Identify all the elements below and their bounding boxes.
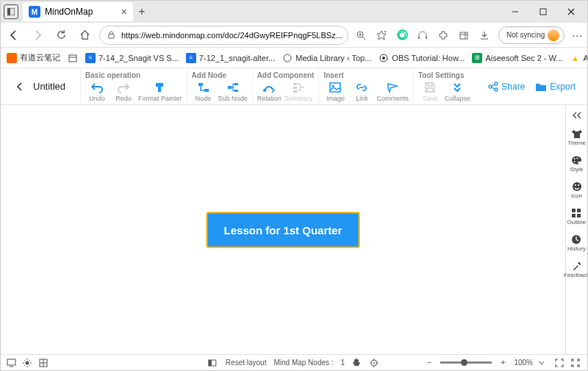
- pan-hand-button[interactable]: [352, 358, 362, 367]
- zoom-dropdown[interactable]: [539, 360, 549, 366]
- insert-image-button[interactable]: Image: [323, 81, 347, 102]
- lock-icon: [107, 31, 115, 39]
- svg-point-21: [284, 54, 291, 62]
- svg-rect-16: [460, 32, 467, 39]
- headphones-icon[interactable]: [416, 29, 429, 42]
- add-subnode-button[interactable]: Sub Node: [218, 81, 248, 102]
- svg-line-60: [24, 360, 25, 361]
- undo-icon: [90, 81, 104, 94]
- add-node-button[interactable]: Node: [192, 81, 215, 102]
- group-label: Add Component: [257, 71, 315, 79]
- format-painter-button[interactable]: Format Painter: [138, 81, 182, 102]
- profile-sync-button[interactable]: Not syncing: [498, 26, 564, 44]
- panel-collapse-button[interactable]: [572, 111, 582, 120]
- forward-button[interactable]: [29, 26, 46, 44]
- brightness-button[interactable]: [23, 359, 33, 367]
- svg-point-36: [332, 85, 334, 87]
- toolbar-group-insert: Insert Image Link Comments: [318, 68, 413, 104]
- bookmark-item[interactable]: 有道云笔记: [7, 52, 60, 63]
- export-label: Export: [550, 82, 576, 92]
- insert-comments-button[interactable]: Comments: [376, 81, 409, 102]
- fullscreen-button[interactable]: [571, 359, 581, 367]
- save-icon: [423, 81, 437, 94]
- url-text: https://web.mindonmap.com/doc/24dGwyREIF…: [121, 31, 343, 40]
- bookmark-item[interactable]: [68, 53, 78, 63]
- icon-tab[interactable]: Icon: [571, 181, 582, 199]
- zoom-slider[interactable]: [440, 361, 492, 364]
- feedback-tab[interactable]: Feedback: [564, 261, 588, 278]
- grammarly-icon[interactable]: [395, 29, 409, 42]
- mindmap-canvas[interactable]: Lesson for 1st Quarter: [1, 105, 565, 354]
- bookmark-item[interactable]: ≡7-12_1_snagit-alter...: [186, 53, 275, 63]
- svg-point-42: [574, 158, 576, 159]
- group-label: Tool Settings: [418, 71, 470, 79]
- app-toolbar: Untitled Basic operation Undo Redo Forma…: [1, 68, 587, 105]
- bookmark-item[interactable]: ≡7-14_2_Snagit VS S...: [85, 53, 179, 63]
- maximize-button[interactable]: [530, 1, 556, 22]
- node-icon: [196, 81, 211, 94]
- share-button[interactable]: Share: [488, 82, 525, 92]
- svg-line-8: [362, 37, 365, 40]
- close-window-button[interactable]: [558, 1, 584, 22]
- center-target-button[interactable]: [370, 359, 380, 367]
- reset-layout-button[interactable]: Reset layout: [226, 359, 267, 367]
- export-button[interactable]: Export: [535, 82, 576, 92]
- style-tab[interactable]: Style: [570, 155, 584, 173]
- status-bar: Reset layout Mind Map Nodes : 1 − + 100%: [1, 354, 587, 370]
- close-tab-button[interactable]: ×: [121, 6, 127, 18]
- new-tab-button[interactable]: +: [133, 5, 151, 18]
- extensions-icon[interactable]: [437, 29, 450, 42]
- svg-rect-48: [572, 209, 576, 212]
- fit-screen-button[interactable]: [555, 359, 565, 367]
- theme-tab[interactable]: Theme: [567, 129, 586, 146]
- back-to-docs-button[interactable]: [11, 68, 29, 104]
- summary-button: Summary: [284, 81, 313, 102]
- document-title[interactable]: Untitled: [33, 68, 65, 104]
- svg-point-23: [382, 57, 385, 60]
- collections-icon[interactable]: [457, 29, 470, 42]
- svg-point-55: [26, 361, 29, 364]
- reset-layout-icon[interactable]: [208, 359, 218, 367]
- back-button[interactable]: [5, 26, 23, 44]
- address-bar[interactable]: https://web.mindonmap.com/doc/24dGwyREIF…: [99, 26, 348, 45]
- svg-rect-68: [209, 360, 212, 366]
- outline-tab[interactable]: Outline: [567, 208, 586, 226]
- svg-rect-33: [293, 87, 297, 89]
- svg-rect-1: [7, 8, 10, 15]
- bookmark-label: Article-Drafts - Goo...: [584, 54, 587, 62]
- root-node[interactable]: Lesson for 1st Quarter: [207, 212, 360, 248]
- refresh-button[interactable]: [52, 26, 70, 44]
- zoom-icon[interactable]: [354, 29, 368, 42]
- bookmark-item[interactable]: ▲Article-Drafts - Goo...: [570, 53, 587, 63]
- redo-button[interactable]: Redo: [112, 81, 135, 102]
- relation-button[interactable]: Relation: [257, 81, 282, 102]
- image-icon: [328, 81, 343, 94]
- bookmark-item[interactable]: Media Library ‹ Top...: [282, 53, 371, 63]
- browser-toolbar: https://web.mindonmap.com/doc/24dGwyREIF…: [1, 23, 587, 48]
- svg-line-61: [29, 365, 30, 366]
- grid-toggle-button[interactable]: [39, 359, 49, 367]
- avatar-icon: [548, 29, 559, 41]
- svg-rect-29: [234, 83, 238, 85]
- svg-rect-32: [293, 83, 297, 85]
- zoom-out-button[interactable]: −: [424, 359, 434, 367]
- outline-icon: [571, 208, 581, 218]
- insert-link-button[interactable]: Link: [350, 81, 373, 102]
- bookmark-item[interactable]: ⊞Aiseesoft Sec 2 - W...: [472, 53, 562, 63]
- gsheet-icon: ⊞: [472, 53, 482, 63]
- downloads-icon[interactable]: [478, 29, 491, 42]
- minimize-button[interactable]: [502, 1, 528, 22]
- svg-rect-34: [293, 90, 297, 93]
- collapse-button[interactable]: Collapse: [445, 81, 470, 102]
- zoom-in-button[interactable]: +: [498, 359, 508, 367]
- undo-button[interactable]: Undo: [85, 81, 109, 102]
- home-button[interactable]: [76, 26, 93, 44]
- presentation-mode-button[interactable]: [7, 359, 17, 367]
- browser-tab[interactable]: M MindOnMap ×: [23, 2, 133, 21]
- more-menu-button[interactable]: ···: [572, 29, 583, 41]
- bookmark-label: Aiseesoft Sec 2 - W...: [485, 54, 562, 62]
- favorites-icon[interactable]: [375, 29, 388, 42]
- history-tab[interactable]: History: [567, 234, 586, 252]
- bookmark-item[interactable]: OBS Tutorial: How...: [379, 53, 465, 63]
- tab-overview-button[interactable]: [4, 4, 18, 19]
